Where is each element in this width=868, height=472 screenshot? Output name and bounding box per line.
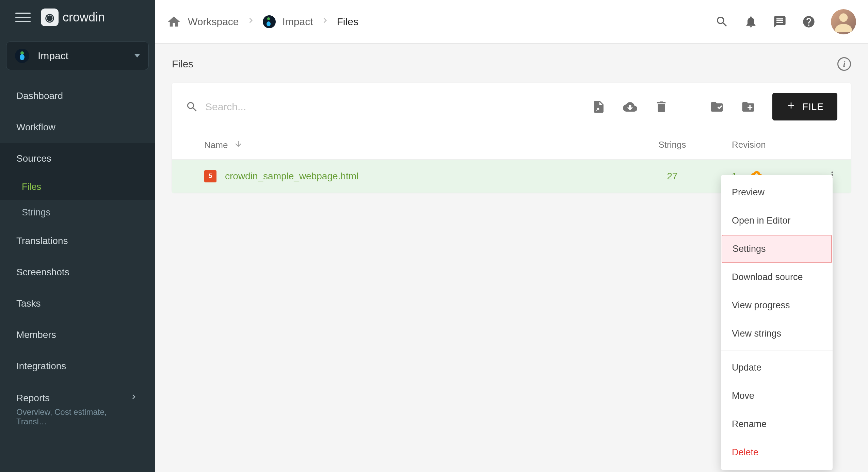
sidebar-item-translations[interactable]: Translations	[0, 225, 155, 257]
project-name: Impact	[38, 50, 126, 62]
column-revision[interactable]: Revision	[715, 140, 834, 151]
sidebar: ◉ crowdin Impact Dashboard Workflow Sour…	[0, 0, 155, 472]
sidebar-item-integrations[interactable]: Integrations	[0, 351, 155, 382]
menu-download-source[interactable]: Download source	[721, 263, 833, 291]
column-strings[interactable]: Strings	[630, 140, 715, 151]
sidebar-item-members[interactable]: Members	[0, 319, 155, 351]
sidebar-item-workflow[interactable]: Workflow	[0, 112, 155, 143]
sidebar-header: ◉ crowdin	[0, 0, 155, 35]
sidebar-subitem-strings[interactable]: Strings	[0, 200, 155, 225]
page-title: Files	[172, 58, 193, 70]
chevron-right-icon	[320, 15, 330, 28]
cloud-download-icon[interactable]	[623, 100, 637, 114]
chevron-right-icon	[246, 15, 256, 28]
logo-mark: ◉	[41, 9, 59, 26]
folder-add-icon[interactable]	[741, 100, 755, 114]
search-input[interactable]	[205, 101, 585, 113]
sidebar-subitem-files[interactable]: Files	[0, 174, 155, 200]
chevron-right-icon	[129, 392, 139, 404]
context-menu: Preview Open in Editor Settings Download…	[721, 175, 833, 470]
trash-icon[interactable]	[654, 100, 669, 114]
menu-settings[interactable]: Settings	[722, 235, 832, 263]
html-file-icon: 5	[204, 170, 216, 182]
divider	[689, 98, 689, 115]
reports-subtitle: Overview, Cost estimate, Transl…	[0, 407, 155, 435]
topbar: Workspace Impact Files	[155, 0, 868, 44]
breadcrumb-workspace[interactable]: Workspace	[188, 16, 239, 28]
menu-divider	[721, 351, 833, 351]
menu-open-editor[interactable]: Open in Editor	[721, 207, 833, 235]
table-header: Name Strings Revision	[172, 131, 851, 160]
breadcrumb: Workspace Impact Files	[167, 15, 358, 29]
page-search-icon[interactable]	[592, 100, 606, 114]
page-header: Files i	[172, 57, 851, 71]
files-toolbar: FILE	[172, 83, 851, 131]
sidebar-item-screenshots[interactable]: Screenshots	[0, 257, 155, 288]
menu-update[interactable]: Update	[721, 354, 833, 382]
folder-branch-icon[interactable]	[710, 100, 724, 114]
tool-icons: FILE	[592, 93, 837, 120]
file-button-label: FILE	[802, 101, 824, 112]
sidebar-item-sources[interactable]: Sources	[0, 143, 155, 174]
search-icon[interactable]	[715, 15, 729, 29]
brand-text: crowdin	[63, 10, 105, 25]
sidebar-item-tasks[interactable]: Tasks	[0, 288, 155, 319]
breadcrumb-current: Files	[337, 16, 358, 28]
sidebar-item-reports[interactable]: Reports	[0, 382, 155, 407]
user-avatar[interactable]	[831, 9, 856, 34]
menu-view-strings[interactable]: View strings	[721, 320, 833, 348]
plus-icon	[786, 100, 796, 113]
home-icon[interactable]	[167, 15, 181, 29]
project-avatar-icon	[263, 15, 276, 28]
file-strings: 27	[630, 171, 715, 182]
menu-preview[interactable]: Preview	[721, 178, 833, 207]
sidebar-item-label: Reports	[16, 393, 50, 404]
file-name[interactable]: crowdin_sample_webpage.html	[225, 171, 630, 182]
bell-icon[interactable]	[744, 15, 758, 29]
svg-point-0	[839, 13, 848, 22]
sidebar-item-dashboard[interactable]: Dashboard	[0, 80, 155, 112]
topbar-actions	[715, 9, 856, 34]
column-name[interactable]: Name	[204, 140, 630, 151]
hamburger-icon[interactable]	[15, 10, 31, 25]
search-icon	[186, 100, 198, 113]
help-icon[interactable]	[802, 15, 816, 29]
menu-move[interactable]: Move	[721, 382, 833, 410]
logo[interactable]: ◉ crowdin	[41, 9, 105, 26]
breadcrumb-project[interactable]: Impact	[283, 16, 313, 28]
info-icon[interactable]: i	[837, 57, 851, 71]
sort-down-icon	[234, 140, 243, 151]
project-avatar-icon	[15, 49, 29, 63]
chat-icon[interactable]	[773, 15, 787, 29]
project-selector[interactable]: Impact	[6, 42, 149, 70]
add-file-button[interactable]: FILE	[772, 93, 837, 120]
menu-view-progress[interactable]: View progress	[721, 291, 833, 320]
search-wrap	[186, 100, 585, 113]
chevron-down-icon	[134, 54, 140, 58]
menu-rename[interactable]: Rename	[721, 410, 833, 438]
menu-delete[interactable]: Delete	[721, 438, 833, 467]
